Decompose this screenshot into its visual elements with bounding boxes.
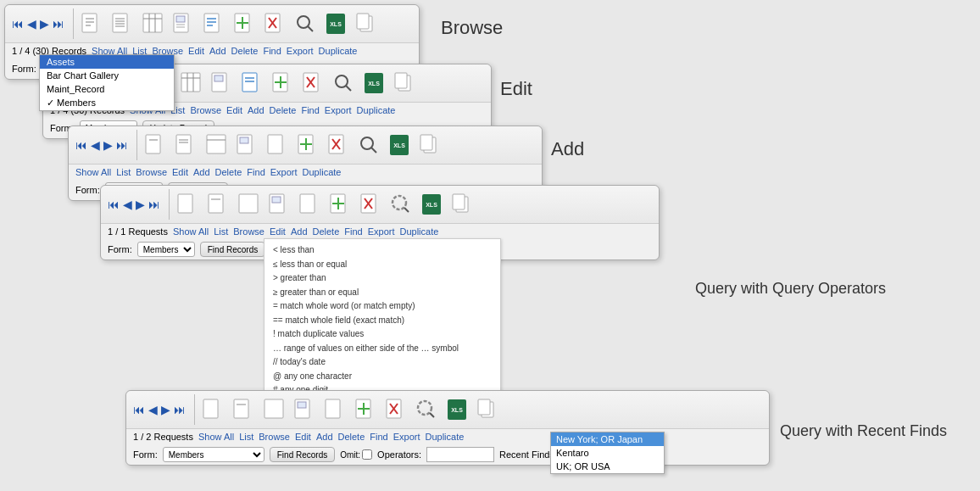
edit-icon-btn[interactable] — [199, 10, 228, 37]
list-view-btn[interactable] — [108, 10, 136, 37]
nav-next-qop[interactable]: ▶ — [134, 198, 147, 211]
duplicate-qop[interactable] — [448, 191, 476, 218]
add-qop[interactable] — [326, 191, 354, 218]
duplicate-lbl-qrf[interactable]: Duplicate — [426, 432, 465, 442]
rf-item-kentaro[interactable]: Kentaro — [551, 446, 664, 460]
add-qrf[interactable] — [351, 396, 380, 423]
find-qop[interactable] — [387, 191, 415, 218]
nav-first-add[interactable]: ⏮ — [74, 138, 89, 152]
browse-add[interactable] — [232, 131, 261, 159]
browse-lbl-edit[interactable]: Browse — [190, 105, 221, 115]
delete-lbl-qrf[interactable]: Delete — [338, 432, 365, 442]
export-qrf[interactable]: XLS — [443, 396, 471, 423]
list-qop[interactable] — [203, 191, 232, 218]
edit-add[interactable] — [263, 131, 292, 159]
edit-lbl-qrf[interactable]: Edit — [295, 432, 311, 442]
browse-lbl-qop[interactable]: Browse — [233, 226, 264, 237]
omit-checkbox-qrf[interactable] — [362, 449, 372, 460]
export-label-browse[interactable]: Export — [287, 46, 314, 56]
form-dropdown-menu[interactable]: Assets Bar Chart Gallery Maint_Record Me… — [39, 54, 175, 111]
operators-input-qrf[interactable] — [426, 447, 494, 462]
edit-lbl-add[interactable]: Edit — [172, 167, 188, 177]
find-add[interactable] — [354, 131, 383, 159]
dropdown-item-members[interactable]: Members — [40, 96, 174, 110]
edit-lbl-qop[interactable]: Edit — [270, 226, 286, 237]
delete-label-browse[interactable]: Delete — [231, 46, 259, 56]
list-add[interactable] — [171, 131, 200, 159]
export-qop[interactable]: XLS — [417, 191, 446, 218]
delete-edit[interactable] — [298, 70, 327, 97]
nav-last-add[interactable]: ⏭ — [114, 138, 130, 152]
duplicate-lbl-add[interactable]: Duplicate — [303, 167, 342, 177]
nav-last-qop[interactable]: ⏭ — [147, 198, 162, 211]
export-edit[interactable]: XLS — [359, 70, 388, 97]
show-all-add[interactable]: Show All — [75, 167, 111, 177]
nav-last-qrf[interactable]: ⏭ — [172, 403, 187, 416]
add-label-browse[interactable]: Add — [209, 46, 226, 56]
export-lbl-add[interactable]: Export — [270, 167, 298, 177]
find-lbl-edit[interactable]: Find — [301, 105, 319, 115]
duplicate-icon-btn[interactable] — [352, 10, 381, 37]
recent-finds-dropdown[interactable]: New York; OR Japan Kentaro UK; OR USA — [550, 432, 665, 474]
list-qrf[interactable] — [229, 396, 258, 423]
table-view-btn[interactable] — [138, 10, 167, 37]
nav-next-qrf[interactable]: ▶ — [159, 403, 172, 416]
dropdown-item-maint[interactable]: Maint_Record — [40, 82, 174, 96]
find-lbl-qop[interactable]: Find — [344, 226, 362, 237]
rf-item-newyork[interactable]: New York; OR Japan — [551, 432, 664, 446]
add-lbl-edit[interactable]: Add — [248, 105, 264, 115]
browse-edit[interactable] — [207, 70, 236, 97]
find-lbl-qrf[interactable]: Find — [370, 432, 387, 442]
list-lbl-qrf[interactable]: List — [239, 432, 253, 442]
table-qrf[interactable] — [259, 396, 288, 423]
edit-label-browse[interactable]: Edit — [188, 46, 204, 56]
dropdown-item-barchart[interactable]: Bar Chart Gallery — [40, 69, 174, 82]
form-select-qrf[interactable]: Members — [163, 447, 264, 462]
new-rec-qop[interactable] — [173, 191, 202, 218]
delete-lbl-add[interactable]: Delete — [215, 167, 242, 177]
find-icon-btn[interactable] — [291, 10, 320, 37]
nav-last-browse[interactable]: ⏭ — [51, 17, 66, 31]
duplicate-lbl-edit[interactable]: Duplicate — [357, 105, 396, 115]
nav-prev-browse[interactable]: ◀ — [25, 17, 38, 31]
add-lbl-qrf[interactable]: Add — [316, 432, 333, 442]
export-add[interactable]: XLS — [385, 131, 414, 159]
duplicate-edit[interactable] — [390, 70, 419, 97]
add-lbl-qop[interactable]: Add — [291, 226, 308, 237]
browse-lbl-add[interactable]: Browse — [136, 167, 167, 177]
browse-qop[interactable] — [264, 191, 293, 218]
edit-qop[interactable] — [295, 191, 324, 218]
delete-lbl-edit[interactable]: Delete — [270, 105, 297, 115]
find-label-browse[interactable]: Find — [263, 46, 281, 56]
add-add[interactable] — [293, 131, 322, 159]
table-edit[interactable] — [176, 70, 205, 97]
table-add[interactable] — [202, 131, 231, 159]
add-lbl-add[interactable]: Add — [193, 167, 210, 177]
duplicate-label-browse[interactable]: Duplicate — [319, 46, 358, 56]
delete-qop[interactable] — [356, 191, 385, 218]
nav-first-qrf[interactable]: ⏮ — [131, 403, 147, 416]
find-lbl-add[interactable]: Find — [247, 167, 264, 177]
list-lbl-qop[interactable]: List — [214, 226, 228, 237]
export-lbl-edit[interactable]: Export — [325, 105, 352, 115]
delete-qrf[interactable] — [381, 396, 410, 423]
find-qrf[interactable] — [412, 396, 441, 423]
find-edit[interactable] — [329, 70, 358, 97]
nav-first-qop[interactable]: ⏮ — [106, 198, 121, 211]
edit-qrf[interactable] — [320, 396, 349, 423]
nav-prev-qop[interactable]: ◀ — [121, 198, 134, 211]
nav-next-add[interactable]: ▶ — [102, 138, 114, 152]
add-icon-btn[interactable] — [230, 10, 259, 37]
show-all-qop[interactable]: Show All — [173, 226, 209, 237]
add-edit[interactable] — [268, 70, 297, 97]
form-select-qop[interactable]: Members — [137, 242, 195, 257]
nav-prev-qrf[interactable]: ◀ — [147, 403, 159, 416]
duplicate-lbl-qop[interactable]: Duplicate — [400, 226, 439, 237]
duplicate-qrf[interactable] — [473, 396, 502, 423]
find-records-btn-qop[interactable]: Find Records — [200, 242, 265, 257]
rf-item-uk[interactable]: UK; OR USA — [551, 460, 664, 473]
table-qop[interactable] — [234, 191, 263, 218]
delete-icon-btn[interactable] — [260, 10, 289, 37]
new-rec-qrf[interactable] — [198, 396, 227, 423]
export-lbl-qop[interactable]: Export — [368, 226, 395, 237]
